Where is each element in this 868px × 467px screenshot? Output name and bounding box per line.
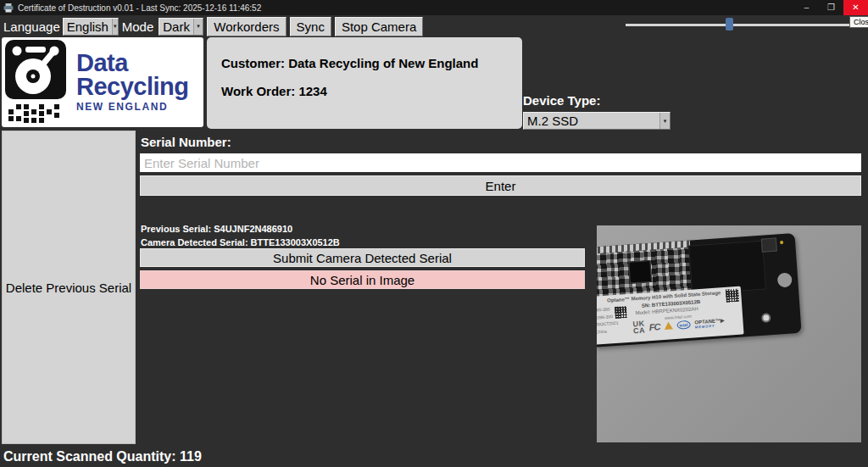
camera-detected-serial-text: Camera Detected Serial: BTTE133003X0512B — [141, 237, 340, 247]
toolbar: Language English ▾ Mode Dark ▾ Workorder… — [0, 15, 868, 37]
certification-badges: UK CA FC intel OPTANE™▶ MEMORY — [632, 315, 725, 335]
serial-number-input[interactable] — [140, 153, 861, 172]
language-select[interactable]: English ▾ — [63, 18, 119, 36]
pcb-notch — [777, 272, 793, 287]
stop-camera-button[interactable]: Stop Camera — [335, 17, 423, 36]
logo-text: Data Recycling NEW ENGLAND — [76, 52, 189, 112]
camera-feed-image: Optane™ Memory H10 with Solid State Stor… — [597, 225, 861, 442]
window-title: Certificate of Destruction v0.01 - Last … — [18, 3, 261, 13]
screw-hole — [761, 313, 771, 323]
sync-button[interactable]: Sync — [290, 17, 331, 36]
serial-status-indicator: No Serial in Image — [140, 270, 585, 289]
ssd-product-label: Optane™ Memory H10 with Solid State Stor… — [597, 286, 744, 345]
gold-pad — [780, 241, 783, 244]
chevron-down-icon: ▾ — [659, 113, 670, 129]
qr-code-icon — [615, 306, 627, 319]
minimize-button[interactable]: – — [794, 0, 819, 15]
top-slider-track[interactable] — [626, 24, 863, 26]
device-type-label: Device Type: — [523, 93, 600, 108]
enter-button[interactable]: Enter — [140, 175, 861, 196]
chevron-down-icon: ▾ — [193, 19, 203, 35]
device-type-select[interactable]: M.2 SSD ▾ — [523, 112, 670, 130]
serial-number-label: Serial Number: — [141, 135, 231, 149]
app-window: Certificate of Destruction v0.01 - Last … — [0, 0, 868, 467]
intel-logo-icon: intel — [676, 320, 691, 329]
titlebar: Certificate of Destruction v0.01 - Last … — [0, 0, 868, 15]
workorders-button[interactable]: Workorders — [207, 17, 286, 36]
mode-label: Mode — [122, 19, 154, 34]
maximize-button[interactable]: ❐ — [819, 0, 843, 15]
optane-logo: OPTANE™▶ MEMORY — [694, 317, 725, 329]
mode-select[interactable]: Dark ▾ — [159, 18, 203, 36]
close-button[interactable]: ✕ — [843, 0, 868, 15]
small-chip — [761, 238, 777, 253]
warning-triangle-icon — [664, 321, 673, 330]
customer-panel: Customer: Data Recycling of New England … — [207, 37, 522, 129]
chevron-down-icon: ▾ — [112, 19, 118, 35]
close-tooltip: Close — [849, 16, 868, 28]
company-logo: Data Recycling NEW ENGLAND — [2, 37, 203, 127]
top-slider-thumb[interactable] — [726, 18, 733, 31]
ukca-mark-icon: UK CA — [632, 321, 645, 335]
customer-line: Customer: Data Recycling of New England — [221, 56, 522, 70]
window-controls: – ❐ ✕ — [794, 0, 868, 15]
delete-previous-serial-button[interactable]: Delete Previous Serial — [2, 131, 136, 444]
submit-camera-serial-button[interactable]: Submit Camera Detected Serial — [140, 248, 585, 267]
fcc-mark-icon: FC — [648, 321, 659, 332]
language-label: Language — [3, 19, 60, 34]
hard-drive-shred-icon — [2, 38, 71, 126]
controller-chip — [628, 260, 652, 284]
m2-ssd-photo: Optane™ Memory H10 with Solid State Stor… — [597, 233, 802, 347]
scanned-quantity-text: Current Scanned Quantity: 119 — [3, 449, 202, 464]
printer-app-icon — [3, 3, 14, 13]
work-order-line: Work Order: 1234 — [221, 84, 522, 98]
previous-serial-text: Previous Serial: S4UJNF2N486910 — [141, 224, 292, 234]
qr-code-icon — [726, 289, 739, 303]
